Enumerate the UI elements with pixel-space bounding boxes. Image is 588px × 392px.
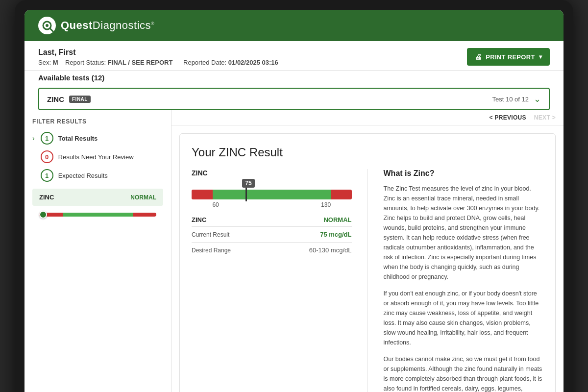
filter-total-results[interactable]: › 1 Total Results — [32, 132, 163, 145]
result-row-header: ZINC NORMAL — [192, 216, 352, 226]
result-title: Your ZINC Result — [192, 146, 543, 159]
filter-review-results[interactable]: › 0 Results Need Your Review — [32, 150, 163, 163]
test-result-item[interactable]: ZINC NORMAL — [32, 189, 163, 206]
previous-button[interactable]: < PREVIOUS — [489, 114, 526, 121]
app-header: QuestDiagnostics® — [24, 10, 564, 41]
chart-indicator — [245, 188, 247, 201]
patient-info: Last, First Sex: M Report Status: FINAL … — [38, 48, 278, 66]
svg-point-2 — [46, 24, 49, 27]
filter-label-expected: Expected Results — [58, 172, 108, 179]
sex-label: Sex: — [38, 59, 51, 66]
device-frame: QuestDiagnostics® Last, First Sex: M Rep… — [15, 0, 573, 392]
result-range-value: 60-130 mcg/dL — [309, 246, 352, 254]
test-selector-bar: ZINC FINAL Test 10 of 12 ⌄ — [24, 88, 564, 110]
test-name: ZINC — [47, 95, 64, 103]
sex-value: M — [53, 59, 58, 66]
info-paragraph-1: The Zinc Test measures the level of zinc… — [384, 184, 544, 282]
result-header-status: NORMAL — [323, 216, 351, 223]
result-test-name: ZINC — [192, 169, 352, 177]
chart-container: 75 60 130 — [192, 190, 352, 208]
sidebar-test-status: NORMAL — [130, 194, 156, 201]
print-report-button[interactable]: 🖨 PRINT REPORT ▾ — [467, 48, 550, 66]
chart-labels: 60 130 — [192, 201, 352, 208]
chart-value-bubble: 75 — [242, 179, 254, 188]
result-range-row: Desired Range 60-130 mcg/dL — [192, 242, 352, 258]
browser-window: QuestDiagnostics® Last, First Sex: M Rep… — [24, 10, 564, 392]
logo-area: QuestDiagnostics® — [38, 17, 154, 34]
chart-label-high: 130 — [321, 201, 331, 208]
filter-label-review: Results Need Your Review — [58, 153, 134, 161]
date-value: 01/02/2025 03:16 — [228, 59, 278, 66]
printer-icon: 🖨 — [475, 53, 482, 61]
filter-badge-total: 1 — [41, 132, 53, 145]
main-layout: FILTER RESULTS › 1 Total Results › 0 Res… — [24, 110, 564, 392]
info-paragraph-3: Our bodies cannot make zinc, so we must … — [384, 354, 544, 392]
info-paragraph-2: If you don't eat enough zinc, or if your… — [384, 289, 544, 347]
filter-badge-review: 0 — [41, 150, 53, 163]
result-range-label: Desired Range — [192, 247, 231, 254]
info-title: What is Zinc? — [384, 169, 544, 178]
slider-container — [32, 206, 163, 223]
next-button[interactable]: NEXT > — [534, 114, 556, 121]
result-header-name: ZINC — [192, 216, 206, 223]
result-content: ZINC 75 60 — [192, 169, 543, 392]
logo-icon — [38, 17, 56, 34]
filter-expected-results[interactable]: › 1 Expected Results — [32, 169, 163, 182]
slider-track — [39, 213, 156, 217]
date-label: Reported Date: — [183, 59, 226, 66]
slider-thumb — [39, 211, 47, 219]
chevron-placeholder: › — [32, 153, 35, 161]
print-report-label: PRINT REPORT — [486, 53, 535, 61]
result-current-value: 75 mcg/dL — [320, 231, 351, 238]
test-count-text: Test 10 of 12 — [492, 96, 529, 103]
chart-label-low: 60 — [212, 201, 219, 208]
result-current-label: Current Result — [192, 231, 229, 238]
filter-label-total: Total Results — [58, 135, 98, 142]
result-current-row: Current Result 75 mcg/dL — [192, 226, 352, 242]
svg-line-3 — [50, 28, 53, 31]
available-tests-label: Available tests (12) — [24, 71, 564, 88]
patient-name: Last, First — [38, 48, 278, 57]
status-label: Report Status: — [65, 59, 106, 66]
test-selector-left: ZINC FINAL — [47, 95, 91, 103]
logo-text: QuestDiagnostics® — [61, 19, 154, 32]
chevron-placeholder2: › — [32, 172, 35, 179]
chevron-down-icon: ▾ — [539, 53, 542, 60]
status-value: FINAL / SEE REPORT — [108, 59, 173, 66]
final-badge: FINAL — [69, 96, 91, 103]
chevron-down-icon: ⌄ — [534, 94, 541, 104]
filter-title: FILTER RESULTS — [32, 118, 163, 125]
patient-bar: Last, First Sex: M Report Status: FINAL … — [24, 41, 564, 71]
result-right: What is Zinc? The Zinc Test measures the… — [384, 169, 544, 392]
result-card: Your ZINC Result ZINC 75 — [179, 133, 556, 392]
result-left: ZINC 75 60 — [192, 169, 352, 392]
sidebar-test-name: ZINC — [39, 194, 54, 201]
sidebar: FILTER RESULTS › 1 Total Results › 0 Res… — [24, 110, 172, 392]
test-selector[interactable]: ZINC FINAL Test 10 of 12 ⌄ — [38, 88, 550, 110]
chevron-right-icon: › — [32, 134, 35, 142]
nav-bar: < PREVIOUS NEXT > — [172, 110, 564, 125]
patient-meta: Sex: M Report Status: FINAL / SEE REPORT… — [38, 59, 278, 66]
filter-badge-expected: 1 — [41, 169, 53, 182]
vertical-divider — [368, 169, 368, 392]
content-area: < PREVIOUS NEXT > Your ZINC Result ZINC — [172, 110, 564, 392]
test-count: Test 10 of 12 ⌄ — [492, 94, 541, 104]
chart-bar — [192, 190, 352, 199]
